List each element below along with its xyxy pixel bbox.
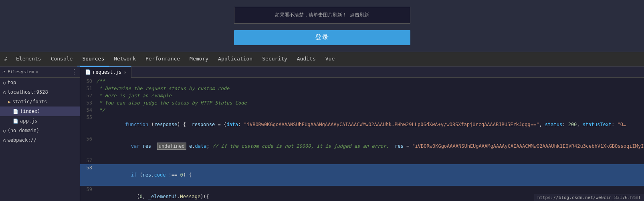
sidebar-item-webpack[interactable]: ○ webpack:// xyxy=(0,135,80,145)
tab-sources[interactable]: Sources xyxy=(77,52,109,66)
webpack-icon: ○ xyxy=(3,138,6,143)
code-line-53: 53 * You can also judge the status by HT… xyxy=(80,99,644,107)
tab-performance[interactable]: Performance xyxy=(141,52,185,66)
sidebar-label-e: e xyxy=(2,69,5,74)
login-button[interactable]: 登录 xyxy=(234,30,410,45)
editor-tabs: 📄 request.js ✕ xyxy=(80,66,644,78)
sidebar-item-static-fonts[interactable]: ▶ static/fonts xyxy=(0,97,80,107)
preview-area: 如果看不清楚，请单击图片刷新！ 点击刷新 登录 xyxy=(0,0,644,52)
localhost-icon: ○ xyxy=(3,90,6,95)
sidebar-header: e Filesystem » ⋮ xyxy=(0,66,80,78)
sidebar-item-index[interactable]: 📄 (index) xyxy=(0,107,80,116)
status-url: https://blog.csdn.net/we0cin_83176.html xyxy=(537,195,641,200)
file-icon-appjs: 📄 xyxy=(13,119,18,124)
no-domain-icon: ○ xyxy=(3,128,6,133)
sidebar-expand-icon[interactable]: » xyxy=(36,69,38,74)
tab-vue[interactable]: Vue xyxy=(321,52,339,66)
file-icon-index: 📄 xyxy=(13,109,18,114)
main-content: e Filesystem » ⋮ ○ top ○ localhost:9528 … xyxy=(0,66,644,201)
sidebar-item-appjs[interactable]: 📄 app.js xyxy=(0,116,80,126)
tab-elements[interactable]: Elements xyxy=(11,52,46,66)
tab-close-button[interactable]: ✕ xyxy=(124,70,126,74)
sidebar-item-localhost[interactable]: ○ localhost:9528 xyxy=(0,87,80,97)
file-sidebar: e Filesystem » ⋮ ○ top ○ localhost:9528 … xyxy=(0,66,80,201)
devtools-toggle-icon[interactable]: ☍ xyxy=(2,55,10,63)
editor-area: 📄 request.js ✕ 50 /** 51 * Determine the… xyxy=(80,66,644,201)
code-line-54: 54 */ xyxy=(80,107,644,114)
code-line-52: 52 * Here is just an example xyxy=(80,92,644,99)
top-icon: ○ xyxy=(3,80,6,85)
code-line-50: 50 /** xyxy=(80,78,644,85)
code-view[interactable]: 50 /** 51 * Determine the request status… xyxy=(80,78,644,201)
sidebar-label-filesystem: Filesystem xyxy=(8,69,34,74)
tab-security[interactable]: Security xyxy=(257,52,292,66)
code-line-55: 55 function (response) { response = {dat… xyxy=(80,114,644,135)
tab-console[interactable]: Console xyxy=(46,52,78,66)
code-line-58: 58 if (res.code !== 0) { xyxy=(80,164,644,186)
tab-application[interactable]: Application xyxy=(213,52,257,66)
sidebar-item-top[interactable]: ○ top xyxy=(0,78,80,87)
code-line-51: 51 * Determine the request status by cus… xyxy=(80,85,644,92)
code-line-56: 56 var res undefined e.data; // if the c… xyxy=(80,135,644,157)
captcha-image[interactable]: 如果看不清楚，请单击图片刷新！ 点击刷新 xyxy=(234,7,410,24)
tab-audits[interactable]: Audits xyxy=(292,52,321,66)
tab-memory[interactable]: Memory xyxy=(185,52,213,66)
status-bar: https://blog.csdn.net/we0cin_83176.html xyxy=(534,194,644,201)
tab-network[interactable]: Network xyxy=(109,52,141,66)
tab-file-icon: 📄 xyxy=(85,69,91,75)
sidebar-item-no-domain[interactable]: ○ (no domain) xyxy=(0,126,80,135)
folder-icon: ▶ xyxy=(8,99,11,105)
devtools-toolbar: ☍ Elements Console Sources Network Perfo… xyxy=(0,52,644,66)
code-line-57: 57 xyxy=(80,157,644,164)
editor-tab-requestjs[interactable]: 📄 request.js ✕ xyxy=(80,66,131,78)
sidebar-more-icon[interactable]: ⋮ xyxy=(71,68,77,76)
